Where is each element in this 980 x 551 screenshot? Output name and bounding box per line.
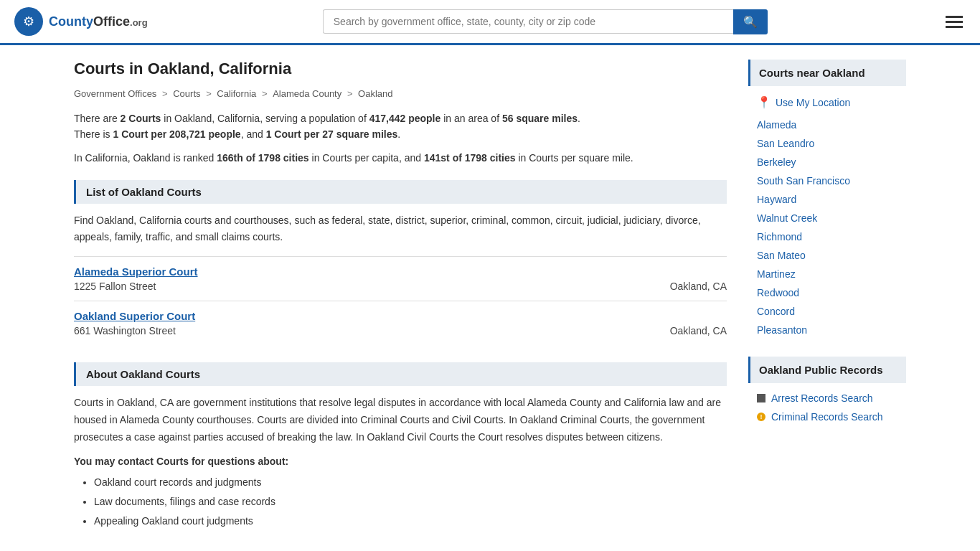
breadcrumb-gov-offices[interactable]: Government Offices [74,88,156,99]
sidebar-city-redwood[interactable]: Redwood [748,283,906,302]
breadcrumb: Government Offices > Courts > California… [74,88,727,99]
court-address-oakland: 661 Washington Street [74,325,176,336]
contact-heading: You may contact Courts for questions abo… [74,456,727,467]
search-area: 🔍 [323,9,768,34]
rank-capita: 166th of 1798 cities [217,152,308,164]
court-details-oakland: 661 Washington Street Oakland, CA [74,325,727,336]
per-capita: 1 Court per 208,721 people [113,128,240,140]
page-title: Courts in Oakland, California [74,60,727,78]
logo-area: ⚙ CountyOffice.org [14,7,148,36]
court-item-alameda: Alameda Superior Court 1225 Fallon Stree… [74,256,727,301]
criminal-records-icon: ! [757,413,765,421]
sidebar-nearby-section: Courts near Oakland 📍 Use My Location Al… [748,60,906,339]
per-area: 1 Court per 27 square miles [266,128,398,140]
courts-list-header: List of Oakland Courts [74,180,727,204]
courts-count: 2 Courts [121,113,161,124]
sidebar-city-berkeley[interactable]: Berkeley [748,153,906,171]
sidebar-records-section: Oakland Public Records Arrest Records Se… [748,357,906,426]
court-details-alameda: 1225 Fallon Street Oakland, CA [74,281,727,292]
court-name-oakland[interactable]: Oakland Superior Court [74,310,727,322]
info-paragraph-1: There are 2 Courts in Oakland, Californi… [74,110,727,143]
info-paragraph-2: In California, Oakland is ranked 166th o… [74,150,727,166]
sidebar-city-pleasanton[interactable]: Pleasanton [748,321,906,339]
sidebar-city-martinez[interactable]: Martinez [748,265,906,283]
courts-list-description: Find Oakland, California courts and cour… [74,212,727,245]
court-city-oakland: Oakland, CA [670,325,727,336]
breadcrumb-sep-1: > [162,88,170,99]
sidebar-nearby-title: Courts near Oakland [748,60,906,86]
logo-text: CountyOffice.org [49,14,148,29]
population: 417,442 people [369,113,441,124]
about-section-header: About Oakland Courts [74,362,727,386]
court-city-alameda: Oakland, CA [670,281,727,292]
menu-bar-3 [946,26,963,28]
rank-area: 141st of 1798 cities [424,152,516,164]
arrest-records-icon [757,394,765,402]
criminal-records-label: Criminal Records Search [771,411,883,423]
menu-bar-1 [946,16,963,18]
breadcrumb-alameda[interactable]: Alameda County [273,88,341,99]
contact-list: Oakland court records and judgments Law … [74,473,727,530]
court-name-alameda[interactable]: Alameda Superior Court [74,265,727,278]
sidebar-city-san-mateo[interactable]: San Mateo [748,246,906,265]
arrest-records-label: Arrest Records Search [771,392,873,404]
breadcrumb-courts[interactable]: Courts [173,88,200,99]
court-address-alameda: 1225 Fallon Street [74,281,156,292]
sidebar-city-alameda[interactable]: Alameda [748,116,906,134]
about-text: Courts in Oakland, CA are government ins… [74,395,727,446]
use-location-label: Use My Location [776,97,850,108]
breadcrumb-sep-3: > [262,88,270,99]
use-location-link[interactable]: 📍 Use My Location [748,92,906,113]
contact-item-2: Law documents, filings and case records [94,492,727,512]
contact-item-3: Appealing Oakland court judgments [94,512,727,531]
breadcrumb-oakland[interactable]: Oakland [358,88,392,99]
menu-bar-2 [946,21,963,23]
sidebar: Courts near Oakland 📍 Use My Location Al… [748,60,906,530]
main-content: Courts in Oakland, California Government… [74,60,727,530]
breadcrumb-sep-4: > [347,88,355,99]
location-icon: 📍 [757,95,771,109]
criminal-records-link[interactable]: ! Criminal Records Search [748,408,906,426]
court-item-oakland: Oakland Superior Court 661 Washington St… [74,301,727,345]
search-input[interactable] [323,9,733,34]
site-header: ⚙ CountyOffice.org 🔍 [0,0,980,45]
sidebar-city-south-san-francisco[interactable]: South San Francisco [748,171,906,190]
arrest-records-link[interactable]: Arrest Records Search [748,389,906,408]
area: 56 square miles [502,113,578,124]
sidebar-records-title: Oakland Public Records [748,357,906,383]
sidebar-city-hayward[interactable]: Hayward [748,190,906,209]
page-wrap: Courts in Oakland, California Government… [60,45,920,545]
search-button[interactable]: 🔍 [733,9,768,34]
sidebar-city-walnut-creek[interactable]: Walnut Creek [748,209,906,227]
sidebar-city-richmond[interactable]: Richmond [748,227,906,246]
logo-icon: ⚙ [14,7,43,36]
sidebar-city-concord[interactable]: Concord [748,302,906,321]
breadcrumb-sep-2: > [206,88,214,99]
breadcrumb-california[interactable]: California [217,88,256,99]
menu-button[interactable] [943,13,966,31]
sidebar-city-san-leandro[interactable]: San Leandro [748,134,906,153]
contact-item-1: Oakland court records and judgments [94,473,727,492]
